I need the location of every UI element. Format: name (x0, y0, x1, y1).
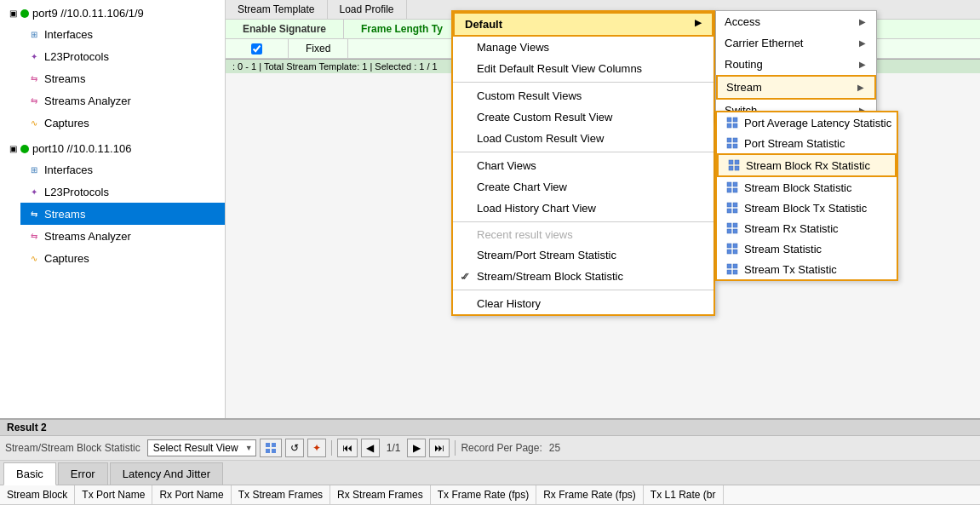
menu-recent-label: Recent result views (453, 225, 714, 244)
sidebar-item-streams-2[interactable]: ⇆ Streams (20, 203, 225, 225)
tab-error[interactable]: Error (58, 462, 108, 485)
menu-port-avg-latency[interactable]: Port Average Latency Statistic (717, 112, 897, 133)
port9-header[interactable]: ▣ port9 //10.0.11.106/1/9 (0, 3, 225, 23)
port10-group: ▣ port10 //10.0.11.106 ⊞ Interfaces ✦ L2… (0, 135, 225, 271)
expand-icon[interactable]: ▣ (7, 8, 19, 20)
delete-btn[interactable]: ✦ (307, 439, 326, 457)
col-rx-frame-rate: Rx Frame Rate (fps) (536, 485, 644, 504)
svg-rect-11 (735, 166, 739, 170)
col-stream-block: Stream Block (0, 485, 75, 504)
streams-analyzer-2-label: Streams Analyzer (44, 230, 131, 243)
refresh-btn[interactable]: ↺ (285, 439, 304, 457)
streams-1-label: Streams (44, 72, 85, 85)
menu-chart-views[interactable]: Chart Views (453, 155, 714, 176)
svg-rect-9 (735, 160, 739, 164)
tabs-bar: Basic Error Latency And Jitter (0, 461, 980, 485)
menu-create-custom[interactable]: Create Custom Result View (453, 106, 714, 128)
first-page-btn[interactable]: ⏮ (337, 439, 358, 457)
tab-latency-jitter[interactable]: Latency And Jitter (110, 462, 223, 485)
svg-rect-28 (727, 264, 731, 268)
menu-switch-item[interactable]: Switch (716, 100, 876, 121)
select-result-view[interactable]: Select Result View (147, 439, 256, 456)
menu-stream-block[interactable]: ✓ Stream/Stream Block Statistic (453, 266, 714, 287)
svg-rect-8 (729, 160, 733, 164)
menu-create-chart[interactable]: Create Chart View (453, 176, 714, 198)
svg-rect-30 (727, 270, 731, 274)
tab-basic[interactable]: Basic (3, 462, 56, 485)
port9-children: ⊞ Interfaces ✦ L23Protocols ⇆ Streams ⇆ … (0, 23, 225, 134)
menu-stream-tx-stat[interactable]: Stream Tx Statistic (717, 259, 897, 279)
col-tx-stream-frames: Tx Stream Frames (232, 485, 330, 504)
menu-stream-port[interactable]: Stream/Port Stream Statistic (453, 244, 714, 266)
svg-rect-22 (727, 229, 731, 233)
last-page-btn[interactable]: ⏭ (429, 439, 450, 457)
streams-analyzer-icon-1: ⇆ (27, 94, 41, 107)
menu-stream-block-stat[interactable]: Stream Block Statistic (717, 177, 897, 198)
main-container: ▣ port9 //10.0.11.106/1/9 ⊞ Interfaces ✦… (0, 0, 980, 505)
svg-rect-24 (727, 244, 731, 248)
expand-icon-2[interactable]: ▣ (7, 143, 19, 155)
port9-label: port9 //10.0.11.106/1/9 (32, 7, 144, 20)
column-headers-bottom: Stream Block Tx Port Name Rx Port Name T… (0, 485, 980, 505)
svg-rect-4 (727, 138, 731, 142)
svg-rect-10 (729, 166, 733, 170)
menu-custom-result-views[interactable]: Custom Result Views (453, 85, 714, 106)
port10-header[interactable]: ▣ port10 //10.0.11.106 (0, 139, 225, 158)
next-page-btn[interactable]: ▶ (407, 439, 426, 457)
sidebar-item-streams-analyzer-2[interactable]: ⇆ Streams Analyzer (20, 225, 225, 247)
menu-stream-statistic[interactable]: Stream Statistic (717, 238, 897, 259)
tab-stream-template[interactable]: Stream Template (226, 0, 328, 19)
svg-rect-7 (733, 144, 737, 148)
svg-rect-1 (733, 118, 737, 122)
sidebar-item-l23protocols-1[interactable]: ✦ L23Protocols (20, 45, 225, 67)
menu-sep-4 (453, 290, 714, 290)
svg-rect-14 (727, 188, 731, 192)
sidebar-item-streams-analyzer-1[interactable]: ⇆ Streams Analyzer (20, 89, 225, 112)
svg-rect-2 (727, 123, 731, 128)
sidebar-item-l23protocols-2[interactable]: ✦ L23Protocols (20, 181, 225, 203)
l23protocols-icon-1: ✦ (27, 49, 41, 63)
svg-rect-23 (733, 229, 737, 233)
sidebar-item-captures-1[interactable]: ∿ Captures (20, 112, 225, 134)
menu-stream-stats[interactable]: Port Average Latency Statistic Port Stre… (715, 111, 898, 281)
grid-icon-8 (725, 262, 739, 276)
edit-columns-btn[interactable] (260, 439, 282, 457)
streams-icon-1: ⇆ (27, 72, 41, 85)
col-rx-port-name: Rx Port Name (152, 485, 231, 504)
top-nav: Stream Template Load Profile (226, 0, 980, 20)
sidebar-item-streams-1[interactable]: ⇆ Streams (20, 67, 225, 89)
record-per-page-value: 25 (549, 442, 560, 454)
captures-1-label: Captures (44, 117, 89, 129)
sidebar-item-captures-2[interactable]: ∿ Captures (20, 247, 225, 269)
menu-stream-item[interactable]: Stream (716, 75, 876, 100)
svg-rect-21 (733, 223, 737, 227)
checkmark-icon: ✓ (460, 270, 469, 283)
sidebar-item-interfaces-1[interactable]: ⊞ Interfaces (20, 23, 225, 45)
svg-rect-35 (272, 449, 276, 453)
menu-port-stream-stat[interactable]: Port Stream Statistic (717, 133, 897, 153)
select-view-wrapper[interactable]: Select Result View (147, 439, 256, 456)
svg-rect-3 (733, 123, 737, 128)
menu-load-custom[interactable]: Load Custom Result View (453, 128, 714, 149)
top-area: ▣ port9 //10.0.11.106/1/9 ⊞ Interfaces ✦… (0, 0, 980, 418)
menu-load-history[interactable]: Load History Chart View (453, 198, 714, 219)
menu-stream-rx-stat[interactable]: Stream Rx Statistic (717, 218, 897, 238)
menu-sep-1 (453, 82, 714, 83)
tab-load-profile[interactable]: Load Profile (328, 0, 407, 19)
svg-rect-32 (266, 443, 270, 447)
svg-rect-18 (727, 209, 731, 213)
svg-rect-0 (727, 118, 731, 122)
svg-rect-15 (733, 188, 737, 192)
grid-icon-1 (725, 116, 739, 129)
enable-sig-cell (226, 39, 289, 58)
port10-children: ⊞ Interfaces ✦ L23Protocols ⇆ Streams ⇆ … (0, 158, 225, 269)
menu-stream-block-tx[interactable]: Stream Block Tx Statistic (717, 198, 897, 218)
svg-rect-20 (727, 223, 731, 227)
prev-page-btn[interactable]: ◀ (361, 439, 380, 457)
streams-analyzer-icon-2: ⇆ (27, 229, 41, 243)
menu-clear-history[interactable]: Clear History (453, 293, 714, 314)
sidebar-item-interfaces-2[interactable]: ⊞ Interfaces (20, 158, 225, 181)
menu-stream-block-rx[interactable]: Stream Block Rx Statistic (717, 153, 897, 177)
enable-sig-checkbox[interactable] (251, 43, 262, 55)
svg-rect-13 (733, 182, 737, 187)
